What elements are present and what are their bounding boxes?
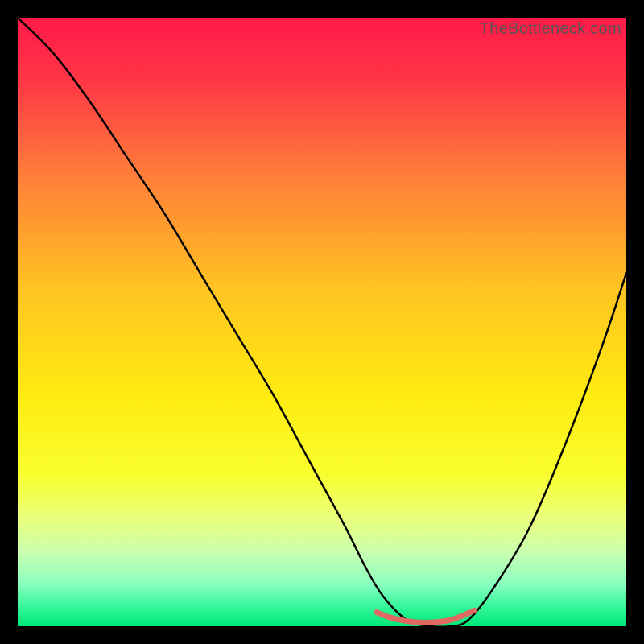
optimal-band bbox=[377, 610, 474, 622]
plot-area: TheBottleneck.com bbox=[18, 18, 626, 626]
chart-frame: TheBottleneck.com bbox=[18, 18, 626, 626]
chart-lines bbox=[18, 18, 626, 626]
watermark-text: TheBottleneck.com bbox=[480, 19, 621, 38]
bottleneck-curve bbox=[18, 18, 626, 626]
